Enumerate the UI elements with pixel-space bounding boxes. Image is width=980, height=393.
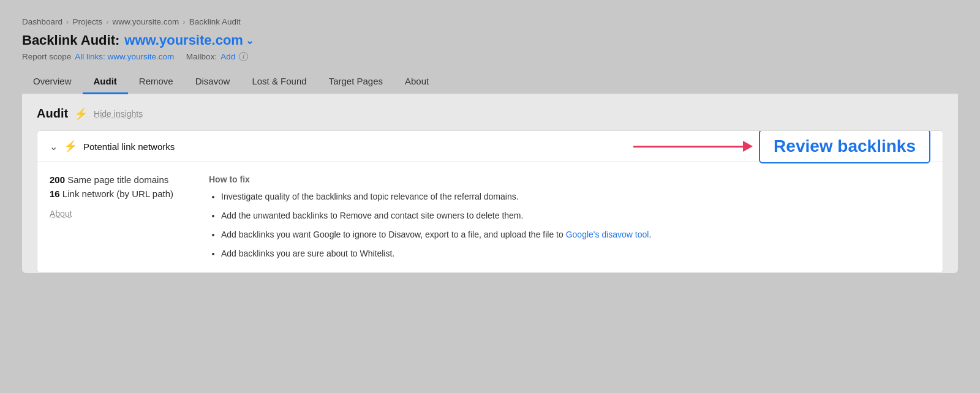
insight-card-body: 200 Same page title domains 16 Link netw…	[37, 162, 943, 272]
hide-insights-button[interactable]: Hide insights	[94, 109, 143, 119]
stats-column: 200 Same page title domains 16 Link netw…	[50, 174, 184, 260]
tab-remove[interactable]: Remove	[128, 70, 184, 94]
section-title: Audit	[37, 107, 68, 121]
lightning-icon: ⚡	[74, 107, 88, 121]
tab-lost-found[interactable]: Lost & Found	[241, 70, 317, 94]
info-icon[interactable]: i	[239, 52, 248, 61]
breadcrumb-sep-2: ›	[106, 17, 108, 26]
mailbox-label: Mailbox:	[186, 52, 217, 61]
stat-label-1: Same page title domains	[67, 174, 168, 185]
review-backlinks-callout: Review backlinks	[633, 130, 930, 163]
stat-number-1: 200	[50, 174, 65, 185]
page-title-static: Backlink Audit:	[22, 32, 119, 48]
arrow-line	[633, 146, 744, 148]
section-header: Audit ⚡ Hide insights	[37, 107, 943, 121]
breadcrumb-sep-3: ›	[183, 17, 185, 26]
tab-overview[interactable]: Overview	[22, 70, 83, 94]
site-link[interactable]: www.yoursite.com ⌄	[124, 32, 254, 48]
page-title: Backlink Audit: www.yoursite.com ⌄	[22, 32, 958, 48]
report-scope-link[interactable]: All links: www.yoursite.com	[75, 52, 174, 61]
breadcrumb-current: Backlink Audit	[189, 17, 241, 26]
list-item-4: Add backlinks you are sure about to Whit…	[221, 247, 930, 260]
breadcrumb: Dashboard › Projects › www.yoursite.com …	[22, 17, 958, 26]
tab-target-pages[interactable]: Target Pages	[318, 70, 394, 94]
arrow-container	[633, 141, 753, 152]
nav-tabs: Overview Audit Remove Disavow Lost & Fou…	[22, 70, 958, 94]
stat-number-2: 16	[50, 189, 60, 199]
how-to-fix-column: How to fix Investigate quality of the ba…	[209, 174, 930, 260]
report-scope-label: Report scope	[22, 52, 71, 61]
tab-about[interactable]: About	[394, 70, 440, 94]
how-to-fix-title: How to fix	[209, 174, 930, 184]
insight-lightning-icon: ⚡	[64, 140, 77, 153]
list-item-3: Add backlinks you want Google to ignore …	[221, 228, 930, 241]
stat-row-1: 200 Same page title domains	[50, 174, 184, 185]
insight-card: ⌄ ⚡ Potential link networks Review backl…	[37, 130, 943, 273]
breadcrumb-sep-1: ›	[66, 17, 69, 26]
stat-label-2: Link network (by URL path)	[62, 189, 173, 199]
tab-disavow[interactable]: Disavow	[184, 70, 241, 94]
mailbox-add-link[interactable]: Add	[221, 52, 235, 61]
breadcrumb-dashboard[interactable]: Dashboard	[22, 17, 62, 26]
main-content: Audit ⚡ Hide insights ⌄ ⚡ Potential link…	[22, 94, 958, 273]
breadcrumb-projects[interactable]: Projects	[72, 17, 102, 26]
tab-audit[interactable]: Audit	[83, 70, 128, 94]
insight-card-header: ⌄ ⚡ Potential link networks Review backl…	[37, 131, 943, 162]
review-backlinks-box[interactable]: Review backlinks	[759, 130, 930, 163]
stat-row-2: 16 Link network (by URL path)	[50, 189, 184, 199]
list-item-2: Add the unwanted backlinks to Remove and…	[221, 209, 930, 222]
disavow-tool-link[interactable]: Google's disavow tool	[566, 230, 649, 239]
collapse-icon[interactable]: ⌄	[50, 141, 58, 152]
insight-title: Potential link networks	[83, 141, 175, 152]
report-scope: Report scope All links: www.yoursite.com…	[22, 52, 958, 61]
how-to-fix-list: Investigate quality of the backlinks and…	[209, 190, 930, 260]
list-item-1: Investigate quality of the backlinks and…	[221, 190, 930, 203]
chevron-down-icon: ⌄	[246, 35, 254, 47]
breadcrumb-site[interactable]: www.yoursite.com	[113, 17, 179, 26]
about-link[interactable]: About	[50, 209, 72, 219]
arrow-head-icon	[743, 141, 753, 152]
